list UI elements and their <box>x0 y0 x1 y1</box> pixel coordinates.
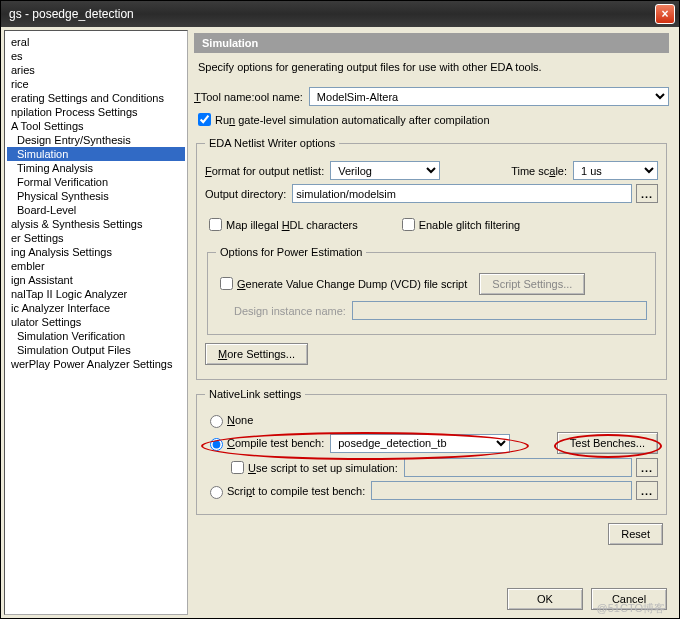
netlist-legend: EDA Netlist Writer options <box>205 137 339 149</box>
tree-item[interactable]: werPlay Power Analyzer Settings <box>7 357 185 371</box>
format-select[interactable]: Verilog <box>330 161 440 180</box>
design-instance-label: Design instance name: <box>234 305 346 317</box>
format-label: Format for output netlist: <box>205 165 324 177</box>
tree-item[interactable]: alysis & Synthesis Settings <box>7 217 185 231</box>
script-compile-input <box>371 481 632 500</box>
close-icon[interactable]: × <box>655 4 675 24</box>
tree-item[interactable]: Design Entry/Synthesis <box>7 133 185 147</box>
glitch-option[interactable]: Enable glitch filtering <box>398 215 521 234</box>
nativelink-legend: NativeLink settings <box>205 388 305 400</box>
tree-item[interactable]: Simulation <box>7 147 185 161</box>
titlebar[interactable]: gs - posedge_detection × <box>1 1 679 27</box>
tree-item[interactable]: er Settings <box>7 231 185 245</box>
outdir-input[interactable] <box>292 184 632 203</box>
timescale-label: Time scale: <box>511 165 567 177</box>
power-legend: Options for Power Estimation <box>216 246 366 258</box>
ok-button[interactable]: OK <box>507 588 583 610</box>
client-area: eralesariesriceerating Settings and Cond… <box>1 27 679 618</box>
tree-item[interactable]: ing Analysis Settings <box>7 245 185 259</box>
tree-item[interactable]: npilation Process Settings <box>7 105 185 119</box>
tree-item[interactable]: nalTap II Logic Analyzer <box>7 287 185 301</box>
vcd-checkbox[interactable] <box>220 277 233 290</box>
run-gate-checkbox[interactable] <box>198 113 211 126</box>
tree-item[interactable]: Board-Level <box>7 203 185 217</box>
nativelink-group: NativeLink settings None Compile test be… <box>196 388 667 515</box>
tree-item[interactable]: ign Assistant <box>7 273 185 287</box>
use-script-checkbox[interactable] <box>231 461 244 474</box>
tree-item[interactable]: embler <box>7 259 185 273</box>
timescale-select[interactable]: 1 us <box>573 161 658 180</box>
tree-item[interactable]: Simulation Output Files <box>7 343 185 357</box>
script-settings-button[interactable]: Script Settings... <box>479 273 585 295</box>
compile-radio[interactable] <box>210 438 223 451</box>
section-header: Simulation <box>194 33 669 53</box>
run-gate-label: Run gate-level simulation automatically … <box>215 114 490 126</box>
tool-name-select[interactable]: ModelSim-Altera <box>309 87 669 106</box>
tree-item[interactable]: Formal Verification <box>7 175 185 189</box>
use-script-input <box>404 458 632 477</box>
use-script-browse-button[interactable]: ... <box>636 458 658 477</box>
tree-item[interactable]: Timing Analysis <box>7 161 185 175</box>
tree-item[interactable]: eral <box>7 35 185 49</box>
more-settings-button[interactable]: More Settings... <box>205 343 308 365</box>
outdir-label: Output directory: <box>205 188 286 200</box>
design-instance-input <box>352 301 647 320</box>
netlist-writer-group: EDA Netlist Writer options Format for ou… <box>196 137 667 380</box>
cancel-button[interactable]: Cancel <box>591 588 667 610</box>
reset-button[interactable]: Reset <box>608 523 663 545</box>
compile-label: Compile test bench: <box>227 437 324 449</box>
vcd-option[interactable]: Generate Value Change Dump (VCD) file sc… <box>216 274 467 293</box>
script-compile-label: Script to compile test bench: <box>227 485 365 497</box>
tree-item[interactable]: aries <box>7 63 185 77</box>
settings-window: gs - posedge_detection × eralesariesrice… <box>0 0 680 619</box>
window-title: gs - posedge_detection <box>5 7 655 21</box>
tree-item[interactable]: Simulation Verification <box>7 329 185 343</box>
main-panel: Simulation Specify options for generatin… <box>188 27 679 618</box>
script-compile-radio[interactable] <box>210 486 223 499</box>
tool-name-label: TTool name:ool name: <box>194 91 303 103</box>
tree-item[interactable]: ic Analyzer Interface <box>7 301 185 315</box>
none-label: None <box>227 414 253 426</box>
script-compile-browse-button[interactable]: ... <box>636 481 658 500</box>
test-benches-button[interactable]: Test Benches... <box>557 432 658 454</box>
tree-item[interactable]: rice <box>7 77 185 91</box>
none-radio[interactable] <box>210 415 223 428</box>
tree-item[interactable]: erating Settings and Conditions <box>7 91 185 105</box>
category-tree[interactable]: eralesariesriceerating Settings and Cond… <box>4 30 188 615</box>
power-estimation-group: Options for Power Estimation Generate Va… <box>207 246 656 335</box>
use-script-label: Use script to set up simulation: <box>248 462 398 474</box>
outdir-browse-button[interactable]: ... <box>636 184 658 203</box>
glitch-checkbox[interactable] <box>402 218 415 231</box>
map-hdl-checkbox[interactable] <box>209 218 222 231</box>
tree-item[interactable]: A Tool Settings <box>7 119 185 133</box>
tree-item[interactable]: es <box>7 49 185 63</box>
tree-item[interactable]: ulator Settings <box>7 315 185 329</box>
map-hdl-option[interactable]: Map illegal HDL characters <box>205 215 358 234</box>
compile-select[interactable]: posedge_detection_tb <box>330 434 510 453</box>
tree-item[interactable]: Physical Synthesis <box>7 189 185 203</box>
section-description: Specify options for generating output fi… <box>198 61 665 73</box>
